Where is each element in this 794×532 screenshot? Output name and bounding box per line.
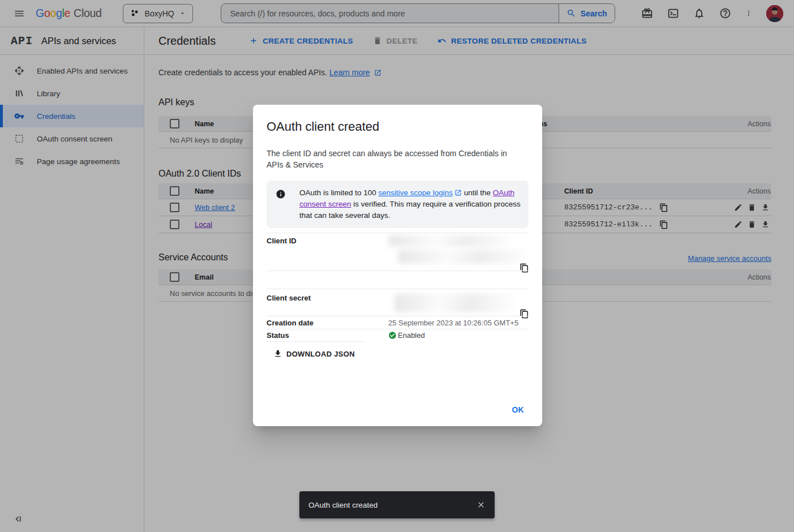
download-json-label: DOWNLOAD JSON <box>286 350 355 358</box>
client-secret-label: Client secret <box>267 294 388 316</box>
toast-message: OAuth client created <box>308 501 377 509</box>
creation-date-value: 25 September 2023 at 10:26:05 GMT+5 <box>388 319 529 327</box>
ok-button[interactable]: OK <box>507 403 529 417</box>
spacer-row <box>267 271 529 289</box>
creation-date-row: Creation date 25 September 2023 at 10:26… <box>267 316 529 329</box>
client-id-row: Client ID <box>267 233 529 271</box>
notice-mid: until the <box>462 188 493 197</box>
redacted-blur <box>394 294 515 312</box>
check-circle-icon <box>388 331 397 340</box>
status-row: Status Enabled <box>267 329 529 341</box>
notice-text: OAuth is limited to 100 sensitive scope … <box>299 187 521 221</box>
client-id-value-redacted <box>388 237 529 271</box>
client-id-label: Client ID <box>267 237 388 271</box>
status-label: Status <box>267 331 388 340</box>
dialog-title: OAuth client created <box>267 119 529 134</box>
redacted-blur <box>388 235 514 247</box>
toast-snackbar: OAuth client created <box>299 491 495 518</box>
sensitive-scope-logins-link[interactable]: sensitive scope logins <box>379 188 453 197</box>
dialog-fields: Client ID Client secret Creation date 25… <box>267 233 529 358</box>
download-icon <box>273 349 282 358</box>
status-value: Enabled <box>388 331 529 340</box>
download-json-button[interactable]: DOWNLOAD JSON <box>267 341 366 358</box>
dialog-description: The client ID and secret can always be a… <box>267 148 516 170</box>
client-secret-value-redacted <box>388 294 529 316</box>
notice-pre: OAuth is limited to 100 <box>299 188 379 197</box>
close-icon[interactable] <box>477 500 486 509</box>
oauth-client-created-dialog: OAuth client created The client ID and s… <box>253 105 542 426</box>
info-icon <box>276 189 286 199</box>
redacted-blur <box>398 250 529 264</box>
external-link-icon <box>454 189 462 196</box>
status-text: Enabled <box>398 331 425 340</box>
creation-date-label: Creation date <box>267 319 388 327</box>
client-secret-row: Client secret <box>267 289 529 316</box>
verification-notice: OAuth is limited to 100 sensitive scope … <box>267 181 529 228</box>
